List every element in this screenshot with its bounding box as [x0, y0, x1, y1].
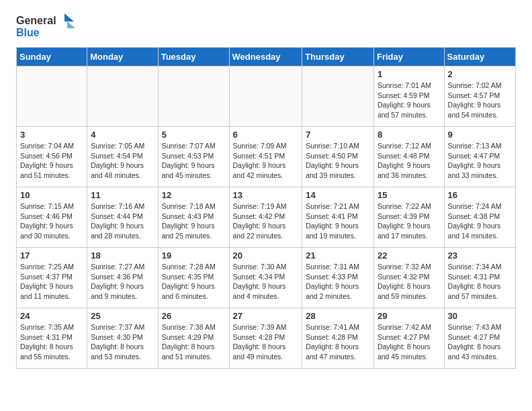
col-header-tuesday: Tuesday	[158, 48, 229, 66]
col-header-saturday: Saturday	[444, 48, 515, 66]
svg-marker-3	[67, 21, 75, 28]
day-detail: Sunrise: 7:31 AM Sunset: 4:33 PM Dayligh…	[306, 262, 370, 302]
day-number: 18	[91, 250, 154, 261]
day-detail: Sunrise: 7:21 AM Sunset: 4:41 PM Dayligh…	[306, 201, 370, 241]
calendar-cell: 19Sunrise: 7:28 AM Sunset: 4:35 PM Dayli…	[158, 248, 229, 308]
day-number: 25	[91, 311, 154, 321]
day-number: 26	[162, 311, 226, 321]
day-number: 14	[306, 190, 370, 200]
calendar-cell: 22Sunrise: 7:32 AM Sunset: 4:32 PM Dayli…	[373, 248, 444, 308]
calendar-cell: 4Sunrise: 7:05 AM Sunset: 4:54 PM Daylig…	[87, 127, 158, 187]
header: General Blue	[0, 0, 532, 47]
day-number: 17	[20, 250, 83, 261]
week-row-0: 1Sunrise: 7:01 AM Sunset: 4:59 PM Daylig…	[17, 66, 516, 127]
svg-marker-2	[64, 13, 74, 21]
col-header-wednesday: Wednesday	[229, 48, 302, 66]
calendar-cell: 11Sunrise: 7:16 AM Sunset: 4:44 PM Dayli…	[87, 187, 158, 248]
day-detail: Sunrise: 7:38 AM Sunset: 4:29 PM Dayligh…	[162, 322, 226, 362]
calendar-cell	[87, 66, 158, 127]
day-number: 5	[162, 130, 226, 140]
day-detail: Sunrise: 7:04 AM Sunset: 4:56 PM Dayligh…	[20, 141, 83, 181]
calendar-cell	[17, 66, 87, 127]
calendar-cell: 1Sunrise: 7:01 AM Sunset: 4:59 PM Daylig…	[373, 66, 444, 127]
day-number: 16	[448, 190, 512, 200]
day-detail: Sunrise: 7:24 AM Sunset: 4:38 PM Dayligh…	[448, 201, 512, 241]
day-detail: Sunrise: 7:32 AM Sunset: 4:32 PM Dayligh…	[378, 262, 441, 302]
day-number: 28	[306, 311, 370, 321]
day-number: 3	[20, 130, 83, 140]
calendar-cell: 26Sunrise: 7:38 AM Sunset: 4:29 PM Dayli…	[158, 308, 229, 369]
day-number: 1	[378, 69, 441, 79]
page-container: General Blue SundayMondayTuesdayWednesda…	[0, 0, 532, 377]
day-number: 19	[162, 250, 226, 261]
week-row-3: 17Sunrise: 7:25 AM Sunset: 4:37 PM Dayli…	[17, 248, 516, 308]
day-detail: Sunrise: 7:35 AM Sunset: 4:31 PM Dayligh…	[20, 322, 83, 362]
calendar-cell: 2Sunrise: 7:02 AM Sunset: 4:57 PM Daylig…	[444, 66, 515, 127]
day-number: 30	[448, 311, 512, 321]
week-row-2: 10Sunrise: 7:15 AM Sunset: 4:46 PM Dayli…	[17, 187, 516, 248]
day-detail: Sunrise: 7:18 AM Sunset: 4:43 PM Dayligh…	[162, 201, 226, 241]
calendar-cell: 20Sunrise: 7:30 AM Sunset: 4:34 PM Dayli…	[229, 248, 302, 308]
calendar-cell: 25Sunrise: 7:37 AM Sunset: 4:30 PM Dayli…	[87, 308, 158, 369]
day-detail: Sunrise: 7:19 AM Sunset: 4:42 PM Dayligh…	[233, 201, 299, 241]
day-number: 15	[378, 190, 441, 200]
day-detail: Sunrise: 7:28 AM Sunset: 4:35 PM Dayligh…	[162, 262, 226, 302]
col-header-monday: Monday	[87, 48, 158, 66]
calendar-cell: 5Sunrise: 7:07 AM Sunset: 4:53 PM Daylig…	[158, 127, 229, 187]
week-row-4: 24Sunrise: 7:35 AM Sunset: 4:31 PM Dayli…	[17, 308, 516, 369]
day-detail: Sunrise: 7:02 AM Sunset: 4:57 PM Dayligh…	[448, 81, 512, 120]
calendar-wrap: SundayMondayTuesdayWednesdayThursdayFrid…	[0, 47, 532, 377]
calendar-cell: 29Sunrise: 7:42 AM Sunset: 4:27 PM Dayli…	[373, 308, 444, 369]
calendar-cell: 14Sunrise: 7:21 AM Sunset: 4:41 PM Dayli…	[302, 187, 374, 248]
day-detail: Sunrise: 7:43 AM Sunset: 4:27 PM Dayligh…	[448, 322, 512, 362]
calendar-cell: 12Sunrise: 7:18 AM Sunset: 4:43 PM Dayli…	[158, 187, 229, 248]
week-row-1: 3Sunrise: 7:04 AM Sunset: 4:56 PM Daylig…	[17, 127, 516, 187]
day-detail: Sunrise: 7:37 AM Sunset: 4:30 PM Dayligh…	[91, 322, 154, 362]
day-number: 2	[448, 69, 512, 79]
logo-svg: General Blue	[16, 12, 77, 42]
day-detail: Sunrise: 7:39 AM Sunset: 4:28 PM Dayligh…	[233, 322, 299, 362]
day-detail: Sunrise: 7:25 AM Sunset: 4:37 PM Dayligh…	[20, 262, 83, 302]
day-detail: Sunrise: 7:42 AM Sunset: 4:27 PM Dayligh…	[378, 322, 441, 362]
day-detail: Sunrise: 7:01 AM Sunset: 4:59 PM Dayligh…	[378, 81, 441, 120]
calendar-cell: 28Sunrise: 7:41 AM Sunset: 4:28 PM Dayli…	[302, 308, 374, 369]
day-detail: Sunrise: 7:05 AM Sunset: 4:54 PM Dayligh…	[91, 141, 154, 181]
day-number: 23	[448, 250, 512, 261]
col-header-friday: Friday	[373, 48, 444, 66]
day-detail: Sunrise: 7:16 AM Sunset: 4:44 PM Dayligh…	[91, 201, 154, 241]
calendar-cell: 27Sunrise: 7:39 AM Sunset: 4:28 PM Dayli…	[229, 308, 302, 369]
day-number: 11	[91, 190, 154, 200]
calendar-cell: 3Sunrise: 7:04 AM Sunset: 4:56 PM Daylig…	[17, 127, 87, 187]
day-detail: Sunrise: 7:12 AM Sunset: 4:48 PM Dayligh…	[378, 141, 441, 181]
day-detail: Sunrise: 7:34 AM Sunset: 4:31 PM Dayligh…	[448, 262, 512, 302]
calendar-cell: 18Sunrise: 7:27 AM Sunset: 4:36 PM Dayli…	[87, 248, 158, 308]
calendar-cell: 7Sunrise: 7:10 AM Sunset: 4:50 PM Daylig…	[302, 127, 374, 187]
calendar-cell: 16Sunrise: 7:24 AM Sunset: 4:38 PM Dayli…	[444, 187, 515, 248]
calendar-cell	[158, 66, 229, 127]
calendar-cell: 9Sunrise: 7:13 AM Sunset: 4:47 PM Daylig…	[444, 127, 515, 187]
day-detail: Sunrise: 7:15 AM Sunset: 4:46 PM Dayligh…	[20, 201, 83, 241]
day-detail: Sunrise: 7:10 AM Sunset: 4:50 PM Dayligh…	[306, 141, 370, 181]
day-number: 20	[233, 250, 299, 261]
day-number: 7	[306, 130, 370, 140]
day-number: 6	[233, 130, 299, 140]
col-header-sunday: Sunday	[17, 48, 87, 66]
day-detail: Sunrise: 7:09 AM Sunset: 4:51 PM Dayligh…	[233, 141, 299, 181]
calendar-header-row: SundayMondayTuesdayWednesdayThursdayFrid…	[17, 48, 516, 66]
day-number: 13	[233, 190, 299, 200]
calendar-cell	[229, 66, 302, 127]
day-detail: Sunrise: 7:30 AM Sunset: 4:34 PM Dayligh…	[233, 262, 299, 302]
calendar-cell: 23Sunrise: 7:34 AM Sunset: 4:31 PM Dayli…	[444, 248, 515, 308]
calendar-cell	[302, 66, 374, 127]
day-number: 9	[448, 130, 512, 140]
calendar-cell: 8Sunrise: 7:12 AM Sunset: 4:48 PM Daylig…	[373, 127, 444, 187]
day-number: 22	[378, 250, 441, 261]
svg-text:Blue: Blue	[16, 27, 40, 38]
svg-text:General: General	[16, 15, 56, 26]
calendar-cell: 21Sunrise: 7:31 AM Sunset: 4:33 PM Dayli…	[302, 248, 374, 308]
day-number: 8	[378, 130, 441, 140]
day-number: 29	[378, 311, 441, 321]
calendar-cell: 6Sunrise: 7:09 AM Sunset: 4:51 PM Daylig…	[229, 127, 302, 187]
day-number: 24	[20, 311, 83, 321]
calendar-table: SundayMondayTuesdayWednesdayThursdayFrid…	[16, 47, 516, 369]
